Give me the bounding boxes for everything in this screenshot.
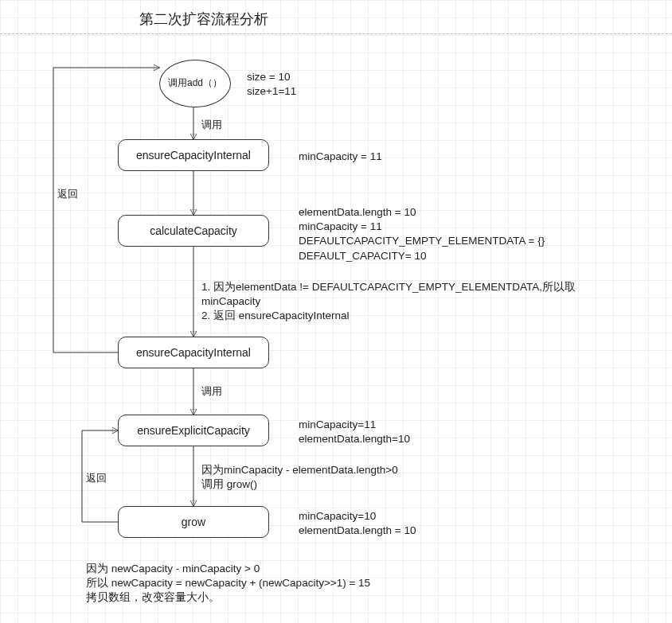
annot-bottom: 因为 newCapacity - minCapacity > 0 所以 newC… (86, 562, 370, 605)
edge-label-call-1: 调用 (201, 118, 222, 132)
edge-label-return-1: 返回 (57, 187, 78, 201)
node-ensure-internal-2: ensureCapacityInternal (118, 337, 269, 368)
node-start: 调用add（） (159, 60, 231, 107)
node-start-label: 调用add（） (168, 78, 222, 88)
node-grow: grow (118, 506, 269, 538)
annot-n2: elementData.length = 10 minCapacity = 11… (299, 205, 545, 263)
node-grow-label: grow (182, 516, 205, 528)
annot-n5: minCapacity=10 elementData.length = 10 (299, 509, 416, 538)
node-calculate-capacity-label: calculateCapacity (150, 224, 237, 237)
diagram-title: 第二次扩容流程分析 (139, 10, 268, 29)
node-ensure-internal-2-label: ensureCapacityInternal (136, 346, 251, 359)
edge-label-call-2: 调用 (201, 384, 222, 399)
node-ensure-explicit-label: ensureExplicitCapacity (137, 424, 250, 437)
node-ensure-internal-1: ensureCapacityInternal (118, 139, 269, 171)
edge-label-return-2: 返回 (86, 471, 107, 485)
node-ensure-explicit: ensureExplicitCapacity (118, 415, 269, 446)
annot-n1: minCapacity = 11 (299, 150, 382, 164)
annot-edge-n4-n5: 因为minCapacity - elementData.length>0 调用 … (201, 463, 398, 492)
annot-edge-n2-n3: 1. 因为elementData != DEFAULTCAPACITY_EMPT… (201, 280, 576, 324)
annot-start: size = 10 size+1=11 (247, 70, 296, 99)
annot-n4: minCapacity=11 elementData.length=10 (299, 418, 410, 446)
page-divider (0, 33, 672, 34)
node-calculate-capacity: calculateCapacity (118, 215, 269, 247)
node-ensure-internal-1-label: ensureCapacityInternal (136, 149, 251, 162)
